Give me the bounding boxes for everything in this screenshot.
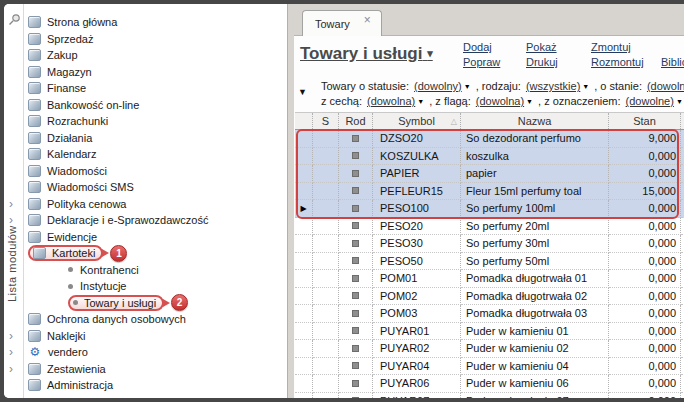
- filter-link-dowolna[interactable]: (dowolna): [476, 95, 524, 107]
- stan-cell: 0,000: [609, 358, 681, 376]
- sidebar-item-zestawienia[interactable]: Zestawienia: [26, 361, 287, 378]
- records-icon: [28, 231, 41, 243]
- table-row-peso50[interactable]: PESO50So perfumy 50ml0,000: [295, 253, 684, 271]
- status-cell: [313, 358, 339, 376]
- expand-chevron-icon[interactable]: ›: [9, 363, 13, 375]
- table-row-puyar04[interactable]: PUYAR04Puder w kamieniu 040,000: [295, 358, 684, 376]
- sidebar-item-wiadomości[interactable]: Wiadomości: [26, 163, 287, 180]
- table-row-puyar07[interactable]: PUYAR07Puder w kamieniu 070,000: [295, 393, 684, 399]
- filter-link-dowolny[interactable]: (dowolny): [647, 80, 684, 92]
- action-link-dodaj[interactable]: Dodaj: [463, 41, 526, 54]
- action-link-popraw[interactable]: Popraw: [463, 56, 526, 69]
- column-header-s[interactable]: S: [313, 113, 339, 129]
- table-row-pom03[interactable]: POM03Pomadka długotrwała 030,000: [295, 305, 684, 323]
- table-row-pefleur15[interactable]: PEFLEUR15Fleur 15ml perfumy toal15,000: [295, 183, 684, 201]
- filter-link-dowolny[interactable]: (dowolny): [414, 80, 462, 92]
- column-header-indicator[interactable]: [295, 113, 313, 129]
- sidebar-item-deklaracje-i-e-sprawozdawczość[interactable]: Deklaracje i e-Sprawozdawczość: [26, 212, 287, 229]
- action-link-drukuj[interactable]: Drukuj: [526, 56, 591, 69]
- expand-chevron-icon[interactable]: ›: [9, 214, 13, 226]
- table-row-peso100[interactable]: ▶PESO100So perfumy 100ml0,000: [295, 200, 684, 218]
- symbol-cell: PUYAR02: [373, 340, 461, 358]
- sidebar-item-naklejki[interactable]: Naklejki: [26, 328, 287, 345]
- page-title-menu[interactable]: Towary i usługi ▾: [300, 44, 433, 64]
- gear-icon: ⚙: [28, 346, 42, 358]
- table-row-pom02[interactable]: POM02Pomadka długotrwała 020,000: [295, 288, 684, 306]
- rod-cell: [339, 200, 373, 218]
- sidebar-item-finanse[interactable]: Finanse: [26, 80, 287, 97]
- sidebar-item-kartoteki[interactable]: Kartoteki1: [26, 245, 287, 262]
- nazwa-cell: Puder w kamieniu 06: [461, 375, 609, 393]
- sidebar-item-towary-i-usługi[interactable]: Towary i usługi2: [26, 295, 287, 312]
- sidebar-item-vendero[interactable]: ⚙vendero: [26, 344, 287, 361]
- sidebar-item-magazyn[interactable]: Magazyn: [26, 64, 287, 81]
- rod-cell: [339, 183, 373, 201]
- callout-tail-icon: [163, 299, 170, 307]
- catalogs-icon: [33, 247, 46, 259]
- table-row-dzso20[interactable]: DZSO20So dezodorant perfumo9,000: [295, 130, 684, 148]
- sidebar-item-bankowość-on-line[interactable]: Bankowość on-line: [26, 97, 287, 114]
- row-indicator-cell: [295, 323, 313, 341]
- row-indicator-cell: [295, 235, 313, 253]
- status-cell: [313, 375, 339, 393]
- filter-text: , o stanie:: [594, 80, 642, 92]
- rod-cell: [339, 235, 373, 253]
- column-header-nazwa[interactable]: Nazwa: [461, 113, 609, 129]
- row-indicator-cell: [295, 183, 313, 201]
- stan-cell: 0,000: [609, 200, 681, 218]
- table-row-puyar02[interactable]: PUYAR02Puder w kamieniu 020,000: [295, 340, 684, 358]
- calendar-icon: [28, 148, 41, 160]
- sidebar-item-działania[interactable]: Działania: [26, 130, 287, 147]
- row-indicator-cell: ▶: [295, 200, 313, 218]
- table-row-puyar06[interactable]: PUYAR06Puder w kamieniu 060,000: [295, 375, 684, 393]
- table-row-puyar01[interactable]: PUYAR01Puder w kamieniu 010,000: [295, 323, 684, 341]
- sidebar-item-wiadomości-sms[interactable]: Wiadomości SMS: [26, 179, 287, 196]
- stan-cell: 0,000: [609, 305, 681, 323]
- nazwa-cell: So dezodorant perfumo: [461, 130, 609, 148]
- sidebar-item-kontrahenci[interactable]: Kontrahenci: [26, 262, 287, 279]
- tab-towary[interactable]: Towary ×: [302, 10, 382, 36]
- action-link-pokaż[interactable]: Pokaż: [526, 41, 591, 54]
- sidebar-item-ochrona-danych-osobowych[interactable]: Ochrona danych osobowych: [26, 311, 287, 328]
- pin-icon[interactable]: [8, 12, 21, 30]
- column-header-symbol[interactable]: Symbol△: [373, 113, 461, 129]
- column-header-rod[interactable]: Rod: [339, 113, 373, 129]
- table-row-peso20[interactable]: PESO20So perfumy 20ml0,000: [295, 218, 684, 236]
- stan-cell: 0,000: [609, 235, 681, 253]
- stan-cell: 0,000: [609, 340, 681, 358]
- table-row-koszulka[interactable]: KOSZULKAkoszulka0,000: [295, 148, 684, 166]
- table-row-pom01[interactable]: POM01Pomadka długotrwała 010,000: [295, 270, 684, 288]
- expand-chevron-icon[interactable]: ›: [9, 330, 13, 342]
- tab-close-icon[interactable]: ×: [364, 15, 371, 25]
- sidebar-item-label: Instytucje: [80, 279, 126, 293]
- expand-chevron-icon[interactable]: ›: [9, 346, 13, 358]
- sidebar-item-kalendarz[interactable]: Kalendarz: [26, 146, 287, 163]
- action-link-biblioteka[interactable]: Biblioteka: [661, 56, 684, 69]
- filter-link-dowolna[interactable]: (dowolna): [367, 95, 415, 107]
- sidebar-item-instytucje[interactable]: Instytucje: [26, 278, 287, 295]
- sidebar-item-strona-główna[interactable]: Strona główna: [26, 14, 287, 31]
- filter-collapse-icon[interactable]: ▼: [298, 87, 307, 97]
- bullet-icon: [68, 267, 73, 272]
- action-link-rozmontuj[interactable]: Rozmontuj: [591, 56, 661, 69]
- sidebar-item-label: Działania: [47, 131, 92, 145]
- sidebar-item-rozrachunki[interactable]: Rozrachunki: [26, 113, 287, 130]
- expand-chevron-icon[interactable]: ›: [9, 198, 13, 210]
- rod-cell: [339, 288, 373, 306]
- status-cell: [313, 288, 339, 306]
- rod-square-icon: [352, 135, 359, 142]
- table-row-papier[interactable]: PAPIERpapier0,000: [295, 165, 684, 183]
- action-link-zmontuj[interactable]: Zmontuj: [591, 41, 661, 54]
- sidebar-item-polityka-cenowa[interactable]: Polityka cenowa: [26, 196, 287, 213]
- sidebar-item-zakup[interactable]: Zakup: [26, 47, 287, 64]
- sidebar-item-ewidencje[interactable]: Ewidencje: [26, 229, 287, 246]
- filter-link-dowolne[interactable]: (dowolne): [626, 95, 674, 107]
- sidebar-item-administracja[interactable]: Administracja: [26, 377, 287, 394]
- table-row-peso30[interactable]: PESO30So perfumy 30ml0,000: [295, 235, 684, 253]
- rod-square-icon: [352, 240, 359, 247]
- column-header-stan[interactable]: Stan: [609, 113, 681, 129]
- sidebar-item-label: Wiadomości: [47, 164, 107, 178]
- sidebar-item-sprzedaż[interactable]: Sprzedaż: [26, 31, 287, 48]
- nazwa-cell: papier: [461, 165, 609, 183]
- filter-link-wszystkie[interactable]: (wszystkie): [526, 80, 580, 92]
